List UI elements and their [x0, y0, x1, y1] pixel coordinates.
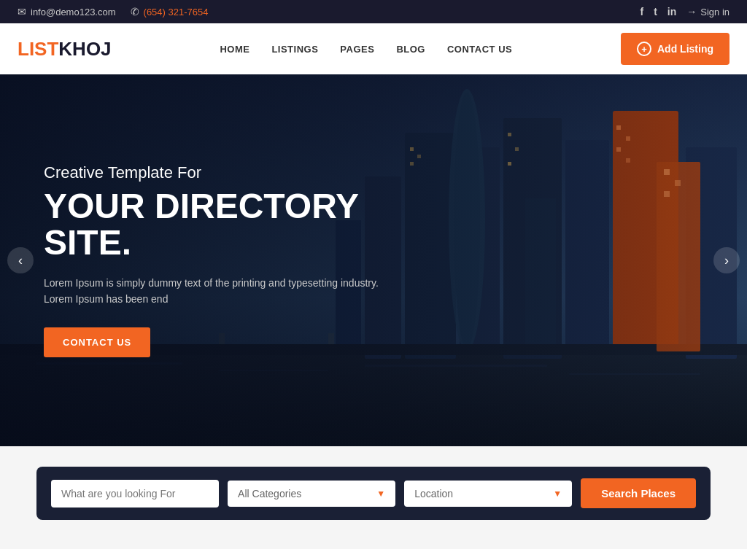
- carousel-next-button[interactable]: ›: [713, 247, 740, 273]
- linkedin-icon[interactable]: in: [667, 6, 676, 18]
- category-select[interactable]: All Categories ▼: [228, 481, 395, 507]
- plus-icon: +: [637, 42, 651, 56]
- search-section: All Categories ▼ Location ▼ Search Place…: [0, 446, 747, 520]
- location-label: Location: [414, 488, 453, 499]
- nav-blog[interactable]: BLOG: [396, 44, 425, 55]
- hero-subtitle: Creative Template For: [44, 163, 394, 182]
- topbar-left: info@demo123.com (654) 321-7654: [18, 6, 208, 18]
- signin-icon: [686, 6, 697, 18]
- bottom-strip: [0, 520, 747, 549]
- hero-cta-button[interactable]: CONTACT US: [44, 327, 150, 357]
- add-listing-label: Add Listing: [657, 43, 713, 55]
- category-label: All Categories: [238, 488, 301, 499]
- location-select[interactable]: Location ▼: [404, 481, 572, 507]
- add-listing-button[interactable]: + Add Listing: [621, 33, 729, 65]
- phone-text: (654) 321-7654: [144, 7, 209, 18]
- nav-contact[interactable]: CONTACT US: [447, 44, 512, 55]
- category-chevron-icon: ▼: [376, 489, 385, 499]
- navbar: LISTKHOJ HOME LISTINGS PAGES BLOG CONTAC…: [0, 23, 747, 74]
- search-button[interactable]: Search Places: [581, 478, 696, 508]
- nav-links: HOME LISTINGS PAGES BLOG CONTACT US: [220, 44, 512, 55]
- phone-contact[interactable]: (654) 321-7654: [131, 6, 209, 18]
- logo-part2: KHOJ: [58, 38, 111, 60]
- topbar-right: f t in Sign in: [640, 6, 729, 18]
- sign-in-button[interactable]: Sign in: [686, 6, 729, 18]
- facebook-icon[interactable]: f: [640, 6, 643, 18]
- email-text: info@demo123.com: [31, 7, 116, 18]
- logo-part1: LIST: [18, 38, 58, 60]
- phone-icon: [131, 6, 139, 18]
- topbar: info@demo123.com (654) 321-7654 f t in S…: [0, 0, 747, 23]
- hero-description: Lorem Ipsum is simply dummy text of the …: [44, 275, 379, 308]
- location-chevron-icon: ▼: [553, 489, 562, 499]
- hero-section: ‹ Creative Template For YOUR DIRECTORY S…: [0, 74, 747, 446]
- search-input[interactable]: [61, 488, 209, 499]
- nav-home[interactable]: HOME: [220, 44, 249, 55]
- search-keyword-wrap[interactable]: [51, 480, 219, 508]
- carousel-prev-button[interactable]: ‹: [7, 247, 34, 273]
- nav-listings[interactable]: LISTINGS: [271, 44, 318, 55]
- hero-content: Creative Template For YOUR DIRECTORY SIT…: [0, 163, 438, 358]
- nav-pages[interactable]: PAGES: [340, 44, 374, 55]
- mail-icon: [18, 6, 26, 18]
- twitter-icon[interactable]: t: [654, 6, 657, 18]
- email-contact[interactable]: info@demo123.com: [18, 6, 116, 18]
- search-box: All Categories ▼ Location ▼ Search Place…: [36, 467, 711, 520]
- sign-in-label: Sign in: [700, 7, 729, 18]
- hero-title: YOUR DIRECTORY SITE.: [44, 188, 394, 262]
- site-logo[interactable]: LISTKHOJ: [18, 38, 112, 61]
